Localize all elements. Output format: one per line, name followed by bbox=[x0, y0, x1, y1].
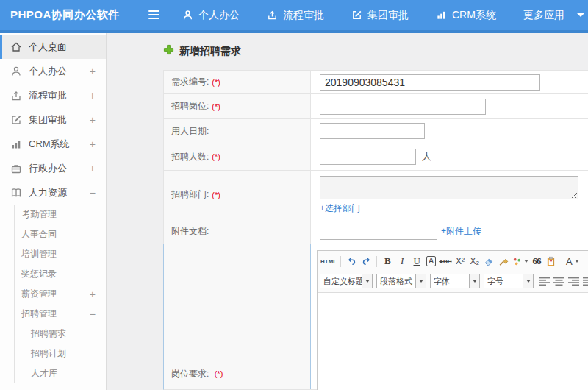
sidebar-item-admin-office[interactable]: 行政办公 + bbox=[0, 156, 106, 180]
sidebar-item-recruitment[interactable]: 招聘管理 − bbox=[15, 304, 106, 324]
required-mark: (*) bbox=[212, 78, 220, 87]
form-row-demand-no: 需求编号: (*) bbox=[163, 70, 588, 94]
chevron-down-icon bbox=[469, 274, 479, 288]
strikethrough-button[interactable]: ABC bbox=[439, 254, 452, 269]
chevron-down-icon bbox=[523, 274, 533, 288]
field-label: 招聘部门: bbox=[171, 188, 209, 201]
sidebar-item-salary[interactable]: 薪资管理 + bbox=[15, 284, 106, 304]
sidebar-item-label: 流程审批 bbox=[29, 89, 67, 102]
bar-chart-icon bbox=[436, 10, 447, 21]
user-icon bbox=[182, 10, 193, 21]
expand-toggle[interactable]: + bbox=[90, 114, 96, 126]
sidebar-item-label: 行政办公 bbox=[29, 162, 67, 175]
align-right-icon[interactable] bbox=[567, 274, 581, 288]
undo-icon[interactable] bbox=[345, 254, 358, 269]
char-border-button[interactable]: A bbox=[426, 256, 436, 266]
form-row-headcount: 招聘人数: (*) 人 bbox=[163, 143, 588, 171]
department-textarea[interactable] bbox=[320, 176, 578, 199]
hamburger-menu-icon[interactable] bbox=[148, 10, 159, 20]
editor-content-area[interactable] bbox=[318, 293, 588, 390]
sidebar-item-personal-office[interactable]: 个人办公 + bbox=[0, 59, 106, 83]
expand-toggle[interactable]: + bbox=[90, 138, 96, 150]
sidebar-item-label: 集团审批 bbox=[29, 113, 67, 127]
nav-personal-office[interactable]: 个人办公 bbox=[182, 9, 240, 22]
attachment-input[interactable] bbox=[320, 224, 437, 240]
field-label: 需求编号: bbox=[171, 76, 209, 88]
heading-select[interactable]: 自定义标题 bbox=[320, 274, 373, 288]
sidebar: 个人桌面 个人办公 + 流程审批 + 集团审批 + bbox=[0, 33, 107, 390]
font-color-button[interactable]: A bbox=[566, 254, 579, 269]
form-row-hire-date: 用人日期: bbox=[163, 119, 588, 143]
color-palette-icon[interactable] bbox=[512, 254, 528, 269]
headcount-input[interactable] bbox=[320, 149, 416, 165]
hr-submenu: 考勤管理 人事合同 培训管理 奖惩记录 薪资管理 + 招聘管理 − 招聘需求 bbox=[14, 205, 106, 383]
sidebar-item-recruit-demand[interactable]: 招聘需求 bbox=[24, 324, 106, 344]
select-department-link[interactable]: +选择部门 bbox=[320, 202, 360, 215]
field-label: 附件文档: bbox=[171, 225, 209, 238]
field-label: 招聘人数: bbox=[171, 151, 209, 163]
sidebar-item-training[interactable]: 培训管理 bbox=[15, 244, 106, 264]
sidebar-item-label: 人力资源 bbox=[29, 186, 67, 199]
field-label: 用人日期: bbox=[171, 125, 209, 138]
font-family-select[interactable]: 字体 bbox=[430, 274, 480, 288]
expand-toggle[interactable]: + bbox=[90, 65, 96, 77]
expand-toggle[interactable]: + bbox=[90, 90, 96, 102]
nav-label: 集团审批 bbox=[368, 9, 409, 22]
editor-toolbar: HTML bbox=[318, 251, 588, 293]
align-center-icon[interactable] bbox=[553, 274, 566, 288]
expand-toggle[interactable]: − bbox=[90, 308, 96, 320]
recruitment-submenu: 招聘需求 招聘计划 人才库 bbox=[24, 324, 106, 383]
redo-icon[interactable] bbox=[359, 254, 373, 269]
nav-workflow-approval[interactable]: 流程审批 bbox=[267, 9, 324, 22]
subscript-button[interactable]: X₂ bbox=[468, 254, 481, 269]
superscript-button[interactable]: X² bbox=[453, 254, 467, 269]
required-mark: (*) bbox=[212, 152, 220, 161]
nav-group-approval[interactable]: 集团审批 bbox=[351, 9, 409, 22]
demand-no-input[interactable] bbox=[320, 74, 540, 91]
italic-button[interactable]: I bbox=[395, 254, 409, 269]
sidebar-item-workflow-approval[interactable]: 流程审批 + bbox=[0, 83, 106, 107]
hire-date-input[interactable] bbox=[320, 123, 425, 139]
format-brush-icon[interactable] bbox=[498, 254, 511, 269]
remove-format-eraser-icon[interactable] bbox=[483, 254, 496, 269]
bold-button[interactable]: B bbox=[381, 254, 394, 269]
expand-toggle[interactable]: + bbox=[90, 163, 96, 174]
font-size-select[interactable]: 字号 bbox=[484, 274, 534, 288]
align-left-icon[interactable] bbox=[538, 274, 551, 288]
main-content: 新增招聘需求 需求编号: (*) 招聘岗位: (*) bbox=[107, 33, 588, 390]
flow-approval-icon bbox=[10, 90, 22, 102]
field-label: 岗位要求: bbox=[171, 369, 209, 379]
sidebar-item-crm-system[interactable]: CRM系统 + bbox=[0, 132, 106, 156]
job-title-input[interactable] bbox=[320, 99, 486, 115]
paste-plain-text-icon[interactable] bbox=[545, 254, 558, 269]
nav-label: 个人办公 bbox=[198, 9, 240, 22]
home-icon bbox=[10, 41, 22, 53]
sidebar-item-talent-pool[interactable]: 人才库 bbox=[24, 364, 106, 383]
sidebar-item-recruit-plan[interactable]: 招聘计划 bbox=[24, 344, 106, 364]
user-icon bbox=[10, 65, 22, 77]
sidebar-item-human-resources[interactable]: 人力资源 − bbox=[0, 180, 106, 205]
attachment-upload-link[interactable]: +附件上传 bbox=[441, 225, 481, 238]
field-label: 招聘岗位: bbox=[171, 100, 209, 113]
nav-crm-system[interactable]: CRM系统 bbox=[436, 9, 496, 22]
align-justify-icon[interactable] bbox=[582, 274, 588, 288]
html-source-button[interactable]: HTML bbox=[320, 254, 337, 269]
chevron-down-icon bbox=[362, 274, 372, 288]
sidebar-item-label: CRM系统 bbox=[29, 138, 70, 151]
nav-more-apps[interactable]: 更多应用 bbox=[523, 9, 584, 22]
sidebar-item-personal-desktop[interactable]: 个人桌面 bbox=[0, 35, 106, 59]
blockquote-button[interactable]: 66 bbox=[530, 254, 543, 269]
chevron-down-icon bbox=[415, 274, 426, 288]
sidebar-item-group-approval[interactable]: 集团审批 + bbox=[0, 107, 106, 132]
sidebar-item-reward-punishment[interactable]: 奖惩记录 bbox=[15, 264, 106, 284]
sidebar-item-hr-contract[interactable]: 人事合同 bbox=[15, 224, 106, 244]
chevron-down-icon bbox=[524, 260, 528, 263]
underline-button[interactable]: U bbox=[410, 254, 423, 269]
expand-toggle[interactable]: − bbox=[90, 187, 96, 199]
paragraph-format-select[interactable]: 段落格式 bbox=[376, 274, 426, 288]
nav-label: 更多应用 bbox=[523, 9, 564, 22]
expand-toggle[interactable]: + bbox=[90, 288, 96, 300]
topbar: PHPOA协同办公软件 个人办公 流程审批 bbox=[0, 0, 588, 33]
form-row-department: 招聘部门: (*) +选择部门 bbox=[163, 171, 588, 219]
sidebar-item-attendance[interactable]: 考勤管理 bbox=[15, 205, 106, 224]
